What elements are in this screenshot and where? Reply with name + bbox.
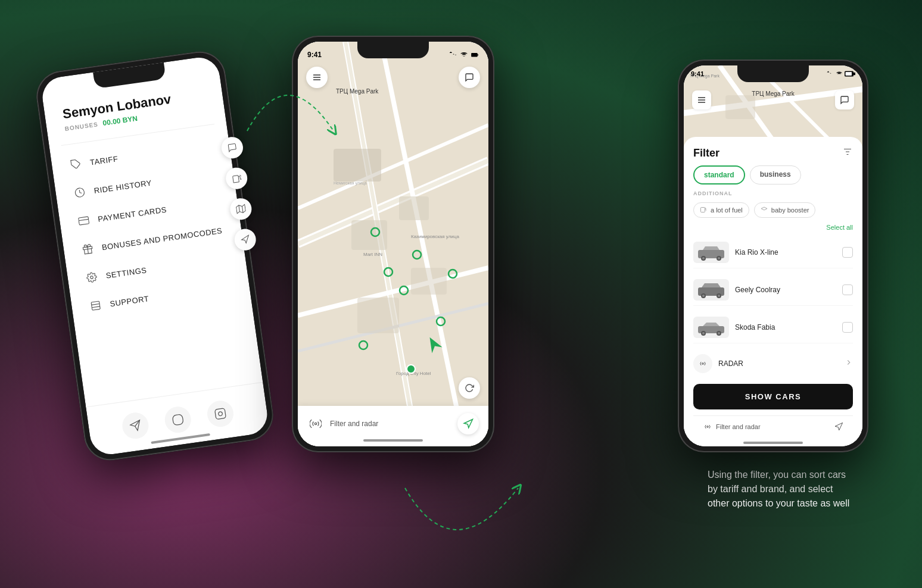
svg-marker-88 bbox=[835, 423, 843, 430]
compass-button[interactable] bbox=[457, 413, 479, 434]
svg-marker-15 bbox=[236, 205, 245, 214]
svg-text:Немигская улица: Немигская улица bbox=[334, 181, 367, 186]
filter-bottom-text: Filter and radar bbox=[716, 423, 761, 430]
svg-point-47 bbox=[407, 365, 415, 373]
navigate-side-icon[interactable] bbox=[233, 227, 257, 252]
phone-center: 9:41 bbox=[292, 36, 494, 452]
viber-button[interactable] bbox=[163, 405, 193, 434]
option-booster[interactable]: baby booster bbox=[754, 202, 816, 218]
ride-history-label: Ride history bbox=[94, 178, 152, 195]
fuel-side-icon[interactable] bbox=[225, 166, 249, 190]
svg-line-9 bbox=[92, 306, 99, 308]
tag-icon bbox=[69, 158, 83, 171]
svg-point-87 bbox=[707, 426, 709, 428]
chat-side-icon[interactable] bbox=[220, 136, 245, 160]
car-checkbox-geely[interactable] bbox=[842, 284, 853, 295]
additional-section-label: ADDITIONAL bbox=[693, 190, 853, 196]
svg-rect-70 bbox=[701, 208, 705, 212]
hamburger-button[interactable] bbox=[306, 67, 328, 88]
status-bar-center: 9:41 bbox=[298, 42, 488, 63]
svg-line-5 bbox=[88, 247, 89, 254]
refresh-button[interactable] bbox=[459, 377, 480, 399]
map-topbar: ТРЦ Mega Park bbox=[298, 63, 488, 92]
filter-chat-btn[interactable] bbox=[835, 90, 854, 110]
svg-line-14 bbox=[233, 182, 239, 183]
svg-point-84 bbox=[702, 332, 705, 334]
geely-thumbnail bbox=[693, 279, 729, 301]
tab-standard[interactable]: standard bbox=[693, 165, 745, 184]
car-row-geely[interactable]: Geely Coolray bbox=[693, 274, 853, 306]
car-name-skoda: Skoda Fabia bbox=[735, 323, 836, 331]
show-cars-button[interactable]: SHOW CARS bbox=[693, 384, 853, 409]
svg-point-85 bbox=[718, 332, 720, 334]
menu-screen: Semyon Lobanov BONUSES 00.00 BYN Tariff bbox=[40, 55, 270, 457]
time-center: 9:41 bbox=[307, 51, 322, 59]
phone-left: Semyon Lobanov BONUSES 00.00 BYN Tariff bbox=[33, 48, 277, 464]
clock-icon bbox=[73, 186, 87, 199]
filter-panel: Filter standard business ADDITIONAL a lo… bbox=[684, 137, 862, 446]
svg-point-75 bbox=[718, 257, 720, 259]
svg-rect-12 bbox=[215, 408, 226, 420]
bonuses-label: BONUSES bbox=[64, 121, 98, 132]
map-side-icon[interactable] bbox=[229, 197, 253, 221]
tab-business[interactable]: business bbox=[750, 165, 801, 184]
status-icons-right bbox=[827, 70, 855, 77]
svg-rect-7 bbox=[91, 301, 100, 310]
car-checkbox-kia[interactable] bbox=[842, 247, 853, 258]
svg-line-17 bbox=[242, 207, 243, 213]
car-name-geely: Geely Coolray bbox=[735, 286, 836, 294]
radar-label: RADAR bbox=[718, 359, 839, 368]
option-fuel[interactable]: a lot of fuel bbox=[693, 202, 749, 218]
svg-line-16 bbox=[239, 205, 239, 212]
status-icons-center bbox=[449, 51, 479, 59]
car-row-skoda[interactable]: Skoda Fabia bbox=[693, 312, 853, 343]
svg-rect-62 bbox=[854, 73, 855, 76]
option-booster-label: baby booster bbox=[771, 207, 809, 214]
svg-rect-33 bbox=[334, 149, 381, 182]
tariff-label: Tariff bbox=[89, 154, 119, 167]
filter-location: ТРЦ Mega Park bbox=[752, 90, 794, 110]
location-text: ТРЦ Mega Park bbox=[336, 88, 378, 95]
chat-button[interactable] bbox=[459, 67, 480, 88]
svg-text:Mart INN: Mart INN bbox=[363, 252, 382, 257]
filter-bottom-navigate[interactable] bbox=[834, 422, 843, 431]
svg-point-52 bbox=[314, 423, 316, 424]
bottom-caption: Using the filter, you can sort carsby ta… bbox=[708, 470, 849, 508]
car-row-kia[interactable]: Kia Rio X-line bbox=[693, 237, 853, 268]
skoda-thumbnail bbox=[693, 317, 729, 338]
cars-header: Select all bbox=[693, 224, 853, 231]
car-name-kia: Kia Rio X-line bbox=[735, 248, 836, 257]
filter-topbar: ТРЦ Mega Park bbox=[684, 87, 862, 113]
svg-marker-18 bbox=[241, 235, 250, 243]
gift-icon bbox=[81, 242, 95, 256]
filter-settings-icon[interactable] bbox=[842, 146, 853, 159]
filter-hamburger-btn[interactable] bbox=[692, 90, 711, 110]
bonuses-value: 00.00 BYN bbox=[102, 114, 138, 127]
svg-line-8 bbox=[92, 304, 99, 305]
svg-marker-53 bbox=[464, 420, 472, 428]
filter-tabs: standard business bbox=[693, 165, 853, 184]
filter-screen: ТРЦ Mega Park улица 9:41 bbox=[684, 65, 862, 446]
telegram-button[interactable] bbox=[121, 411, 151, 440]
settings-icon bbox=[85, 271, 99, 284]
svg-rect-29 bbox=[351, 220, 387, 250]
svg-point-86 bbox=[702, 363, 704, 365]
credit-card-icon bbox=[77, 214, 91, 228]
payment-label: Payment cards bbox=[97, 205, 167, 223]
instagram-button[interactable] bbox=[205, 399, 235, 429]
select-all-link[interactable]: Select all bbox=[826, 224, 853, 231]
radar-icon-filter bbox=[693, 354, 712, 373]
car-checkbox-skoda[interactable] bbox=[842, 322, 853, 333]
help-circle-icon bbox=[89, 299, 102, 312]
svg-point-80 bbox=[718, 295, 720, 297]
radar-row[interactable]: RADAR bbox=[693, 349, 853, 378]
filter-options: a lot of fuel baby booster bbox=[693, 202, 853, 218]
settings-label: Settings bbox=[105, 265, 147, 280]
svg-rect-19 bbox=[471, 53, 478, 57]
svg-line-3 bbox=[79, 219, 88, 220]
svg-rect-30 bbox=[399, 196, 429, 220]
kia-thumbnail bbox=[693, 242, 729, 263]
filter-title-row: Filter bbox=[693, 146, 853, 159]
filter-bottom-radar[interactable]: Filter and radar bbox=[703, 422, 761, 431]
filter-bottom-bar: Filter and radar bbox=[693, 415, 853, 439]
